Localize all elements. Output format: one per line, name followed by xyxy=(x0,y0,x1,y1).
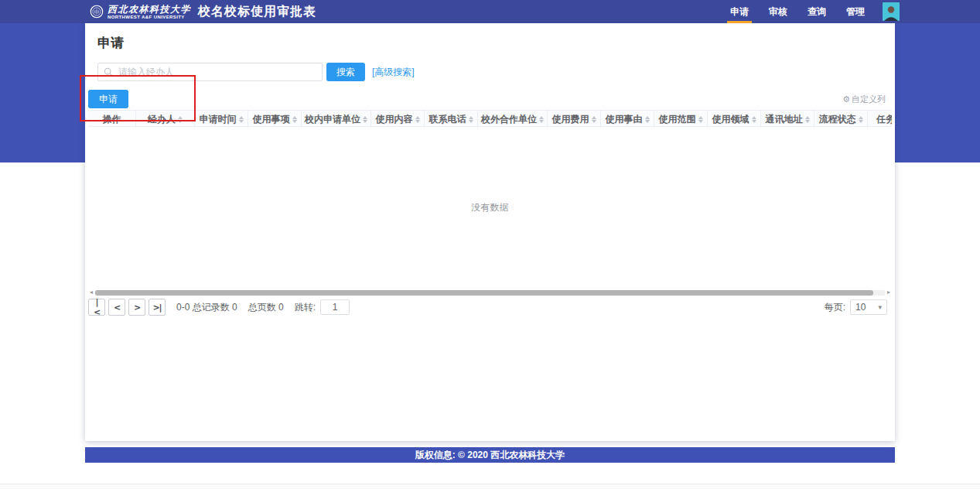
table-wrap: 操作经办人申请时间使用事项校内申请单位使用内容联系电话校外合作单位使用费用使用事… xyxy=(88,110,892,288)
sort-icon[interactable] xyxy=(645,116,650,123)
toolbar-row: 申请 ⚙ 自定义列 xyxy=(88,90,892,108)
app-title: 校名校标使用审批表 xyxy=(198,4,316,20)
table-column-header[interactable]: 流程状态 xyxy=(814,111,868,128)
per-page-label: 每页: xyxy=(825,301,845,314)
university-name-en: NORTHWEST A&F UNIVERSITY xyxy=(108,15,191,19)
first-page-button[interactable]: |< xyxy=(88,299,105,316)
sort-icon[interactable] xyxy=(805,116,810,123)
table-header-row: 操作经办人申请时间使用事项校内申请单位使用内容联系电话校外合作单位使用费用使用事… xyxy=(88,110,892,127)
jump-label: 跳转: xyxy=(295,301,316,314)
university-name: 西北农林科技大学 NORTHWEST A&F UNIVERSITY xyxy=(108,5,191,19)
avatar-image xyxy=(883,2,900,21)
search-button[interactable]: 搜索 xyxy=(326,63,365,81)
jump-group: 跳转: xyxy=(295,299,350,315)
app-header: 西北农林科技大学 NORTHWEST A&F UNIVERSITY 校名校标使用… xyxy=(0,0,980,23)
sort-icon[interactable] xyxy=(469,116,473,123)
sort-icon[interactable] xyxy=(178,116,183,123)
search-icon xyxy=(104,67,113,77)
university-name-cn: 西北农林科技大学 xyxy=(108,5,191,14)
column-label: 联系电话 xyxy=(429,113,466,126)
search-row: 搜索 [高级搜索] xyxy=(97,63,883,81)
empty-data-text: 没有数据 xyxy=(472,201,509,214)
table-column-header: 操作 xyxy=(88,111,136,128)
column-label: 申请时间 xyxy=(200,113,237,126)
table-column-header[interactable]: 经办人 xyxy=(136,111,195,128)
university-seal-icon xyxy=(90,5,104,19)
total-records-text: 0-0 总记录数 0 xyxy=(176,301,237,314)
table-empty-body: 没有数据 xyxy=(88,127,892,288)
sort-icon[interactable] xyxy=(698,116,703,123)
search-input[interactable] xyxy=(117,66,316,78)
table-column-header[interactable]: 联系电话 xyxy=(425,111,478,128)
prev-page-button[interactable]: < xyxy=(108,299,125,316)
column-label: 使用范围 xyxy=(659,113,696,126)
caret-down-icon: ▾ xyxy=(878,303,882,311)
column-label: 使用内容 xyxy=(376,113,413,126)
sort-icon[interactable] xyxy=(539,116,544,123)
column-label: 校内申请单位 xyxy=(305,113,360,126)
university-logo: 西北农林科技大学 NORTHWEST A&F UNIVERSITY xyxy=(90,5,191,19)
table-column-header[interactable]: 任务标题 xyxy=(868,111,892,128)
page-title: 申请 xyxy=(97,34,883,52)
table-column-header[interactable]: 使用事项 xyxy=(248,111,302,128)
column-label: 校外合作单位 xyxy=(481,113,537,126)
scrollbar-track[interactable] xyxy=(95,290,885,296)
table-column-header[interactable]: 校内申请单位 xyxy=(302,111,371,128)
last-page-button[interactable]: >| xyxy=(149,299,166,316)
column-label: 使用事由 xyxy=(606,113,643,126)
sort-icon[interactable] xyxy=(859,116,863,123)
nav-item-manage[interactable]: 管理 xyxy=(836,0,875,23)
sort-icon[interactable] xyxy=(592,116,596,123)
column-label: 使用事项 xyxy=(253,113,290,126)
grid-section: 申请 ⚙ 自定义列 操作经办人申请时间使用事项校内申请单位使用内容联系电话校外合… xyxy=(85,90,895,316)
footer-bar: 版权信息: © 2020 西北农林科技大学 xyxy=(85,447,895,463)
table-column-header[interactable]: 使用领域 xyxy=(708,111,761,128)
apply-button[interactable]: 申请 xyxy=(88,90,128,108)
nav-item-review[interactable]: 审核 xyxy=(759,0,797,23)
customize-columns-label: 自定义列 xyxy=(852,94,886,105)
per-page-value: 10 xyxy=(855,302,866,313)
nav-item-apply[interactable]: 申请 xyxy=(720,0,759,23)
card-top-section: 申请 搜索 [高级搜索] xyxy=(85,23,895,81)
search-box xyxy=(97,63,323,81)
column-label: 使用领域 xyxy=(712,113,750,126)
table-column-header[interactable]: 使用事由 xyxy=(601,111,654,128)
per-page-group: 每页: 10 ▾ xyxy=(825,299,887,315)
jump-page-input[interactable] xyxy=(320,299,350,315)
scroll-right-arrow-icon[interactable]: ▸ xyxy=(886,289,892,296)
header-nav: 申请 审核 查询 管理 xyxy=(720,0,900,23)
copyright-text: 版权信息: © 2020 西北农林科技大学 xyxy=(415,450,565,460)
gear-icon: ⚙ xyxy=(842,95,850,104)
table-column-header[interactable]: 使用范围 xyxy=(654,111,708,128)
advanced-search-link[interactable]: [高级搜索] xyxy=(372,66,415,79)
column-label: 任务标题 xyxy=(876,113,892,126)
pager-buttons: |< < > >| xyxy=(88,299,166,316)
column-label: 通讯地址 xyxy=(766,113,803,126)
pagination-bar: |< < > >| 0-0 总记录数 0 总页数 0 跳转: 每页: 10 ▾ xyxy=(88,298,892,316)
column-label: 操作 xyxy=(103,113,121,126)
table-column-header[interactable]: 通讯地址 xyxy=(761,111,814,128)
content-card: 申请 搜索 [高级搜索] 申请 ⚙ 自定义列 操作经办人申请时间使用事项校内申请… xyxy=(85,23,895,441)
nav-item-query[interactable]: 查询 xyxy=(797,0,836,23)
sort-icon[interactable] xyxy=(752,116,756,123)
bottom-strip xyxy=(0,484,980,489)
column-label: 使用费用 xyxy=(552,113,589,126)
table-column-header[interactable]: 申请时间 xyxy=(195,111,248,128)
table-column-header[interactable]: 校外合作单位 xyxy=(478,111,548,128)
table-column-header[interactable]: 使用费用 xyxy=(548,111,601,128)
sort-icon[interactable] xyxy=(415,116,420,123)
table-column-header[interactable]: 使用内容 xyxy=(371,111,425,128)
total-pages-text: 总页数 0 xyxy=(248,301,284,314)
next-page-button[interactable]: > xyxy=(128,299,145,316)
customize-columns-button[interactable]: ⚙ 自定义列 xyxy=(842,94,886,105)
per-page-select[interactable]: 10 ▾ xyxy=(850,299,887,315)
column-label: 经办人 xyxy=(148,113,176,126)
scrollbar-thumb[interactable] xyxy=(95,290,873,296)
sort-icon[interactable] xyxy=(292,116,297,123)
column-label: 流程状态 xyxy=(819,113,856,126)
sort-icon[interactable] xyxy=(239,116,244,123)
user-avatar[interactable] xyxy=(883,2,900,21)
horizontal-scrollbar: ◂ ▸ xyxy=(88,289,892,296)
scroll-left-arrow-icon[interactable]: ◂ xyxy=(88,289,94,296)
sort-icon[interactable] xyxy=(363,116,367,123)
